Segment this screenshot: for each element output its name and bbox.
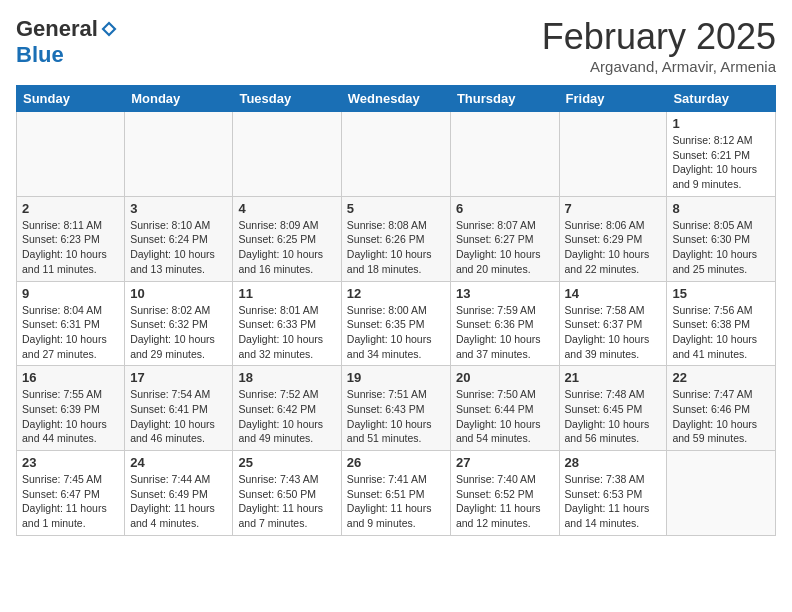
calendar-cell — [17, 112, 125, 197]
calendar-cell: 20Sunrise: 7:50 AM Sunset: 6:44 PM Dayli… — [450, 366, 559, 451]
day-info: Sunrise: 8:06 AM Sunset: 6:29 PM Dayligh… — [565, 218, 662, 277]
day-info: Sunrise: 7:54 AM Sunset: 6:41 PM Dayligh… — [130, 387, 227, 446]
day-number: 16 — [22, 370, 119, 385]
day-info: Sunrise: 7:55 AM Sunset: 6:39 PM Dayligh… — [22, 387, 119, 446]
day-number: 12 — [347, 286, 445, 301]
calendar-cell: 5Sunrise: 8:08 AM Sunset: 6:26 PM Daylig… — [341, 196, 450, 281]
day-number: 24 — [130, 455, 227, 470]
calendar-cell: 27Sunrise: 7:40 AM Sunset: 6:52 PM Dayli… — [450, 451, 559, 536]
day-number: 20 — [456, 370, 554, 385]
day-info: Sunrise: 7:41 AM Sunset: 6:51 PM Dayligh… — [347, 472, 445, 531]
calendar-cell: 8Sunrise: 8:05 AM Sunset: 6:30 PM Daylig… — [667, 196, 776, 281]
day-number: 23 — [22, 455, 119, 470]
day-number: 5 — [347, 201, 445, 216]
calendar-week-1: 1Sunrise: 8:12 AM Sunset: 6:21 PM Daylig… — [17, 112, 776, 197]
calendar-header-row: SundayMondayTuesdayWednesdayThursdayFrid… — [17, 86, 776, 112]
day-number: 8 — [672, 201, 770, 216]
day-number: 4 — [238, 201, 335, 216]
day-header-monday: Monday — [125, 86, 233, 112]
day-number: 6 — [456, 201, 554, 216]
location-subtitle: Argavand, Armavir, Armenia — [542, 58, 776, 75]
calendar-cell: 4Sunrise: 8:09 AM Sunset: 6:25 PM Daylig… — [233, 196, 341, 281]
calendar-cell: 3Sunrise: 8:10 AM Sunset: 6:24 PM Daylig… — [125, 196, 233, 281]
day-info: Sunrise: 7:44 AM Sunset: 6:49 PM Dayligh… — [130, 472, 227, 531]
calendar-cell — [559, 112, 667, 197]
day-info: Sunrise: 7:56 AM Sunset: 6:38 PM Dayligh… — [672, 303, 770, 362]
day-number: 22 — [672, 370, 770, 385]
day-number: 7 — [565, 201, 662, 216]
calendar-table: SundayMondayTuesdayWednesdayThursdayFrid… — [16, 85, 776, 536]
day-info: Sunrise: 7:45 AM Sunset: 6:47 PM Dayligh… — [22, 472, 119, 531]
day-number: 13 — [456, 286, 554, 301]
day-info: Sunrise: 8:11 AM Sunset: 6:23 PM Dayligh… — [22, 218, 119, 277]
day-number: 11 — [238, 286, 335, 301]
day-header-friday: Friday — [559, 86, 667, 112]
calendar-cell: 13Sunrise: 7:59 AM Sunset: 6:36 PM Dayli… — [450, 281, 559, 366]
day-info: Sunrise: 8:05 AM Sunset: 6:30 PM Dayligh… — [672, 218, 770, 277]
day-number: 28 — [565, 455, 662, 470]
day-number: 26 — [347, 455, 445, 470]
calendar-week-3: 9Sunrise: 8:04 AM Sunset: 6:31 PM Daylig… — [17, 281, 776, 366]
day-header-tuesday: Tuesday — [233, 86, 341, 112]
day-info: Sunrise: 7:59 AM Sunset: 6:36 PM Dayligh… — [456, 303, 554, 362]
calendar-cell: 1Sunrise: 8:12 AM Sunset: 6:21 PM Daylig… — [667, 112, 776, 197]
day-info: Sunrise: 7:40 AM Sunset: 6:52 PM Dayligh… — [456, 472, 554, 531]
calendar-cell: 16Sunrise: 7:55 AM Sunset: 6:39 PM Dayli… — [17, 366, 125, 451]
calendar-cell: 28Sunrise: 7:38 AM Sunset: 6:53 PM Dayli… — [559, 451, 667, 536]
day-info: Sunrise: 7:38 AM Sunset: 6:53 PM Dayligh… — [565, 472, 662, 531]
day-number: 14 — [565, 286, 662, 301]
day-info: Sunrise: 7:58 AM Sunset: 6:37 PM Dayligh… — [565, 303, 662, 362]
calendar-cell: 9Sunrise: 8:04 AM Sunset: 6:31 PM Daylig… — [17, 281, 125, 366]
day-number: 9 — [22, 286, 119, 301]
day-number: 27 — [456, 455, 554, 470]
calendar-week-2: 2Sunrise: 8:11 AM Sunset: 6:23 PM Daylig… — [17, 196, 776, 281]
day-info: Sunrise: 8:00 AM Sunset: 6:35 PM Dayligh… — [347, 303, 445, 362]
day-header-saturday: Saturday — [667, 86, 776, 112]
title-block: February 2025 Argavand, Armavir, Armenia — [542, 16, 776, 75]
calendar-cell: 18Sunrise: 7:52 AM Sunset: 6:42 PM Dayli… — [233, 366, 341, 451]
day-header-wednesday: Wednesday — [341, 86, 450, 112]
calendar-cell: 10Sunrise: 8:02 AM Sunset: 6:32 PM Dayli… — [125, 281, 233, 366]
day-info: Sunrise: 8:04 AM Sunset: 6:31 PM Dayligh… — [22, 303, 119, 362]
day-info: Sunrise: 8:08 AM Sunset: 6:26 PM Dayligh… — [347, 218, 445, 277]
calendar-cell: 25Sunrise: 7:43 AM Sunset: 6:50 PM Dayli… — [233, 451, 341, 536]
calendar-cell: 17Sunrise: 7:54 AM Sunset: 6:41 PM Dayli… — [125, 366, 233, 451]
day-number: 25 — [238, 455, 335, 470]
day-number: 10 — [130, 286, 227, 301]
calendar-cell: 12Sunrise: 8:00 AM Sunset: 6:35 PM Dayli… — [341, 281, 450, 366]
calendar-cell: 15Sunrise: 7:56 AM Sunset: 6:38 PM Dayli… — [667, 281, 776, 366]
day-info: Sunrise: 8:01 AM Sunset: 6:33 PM Dayligh… — [238, 303, 335, 362]
day-info: Sunrise: 8:07 AM Sunset: 6:27 PM Dayligh… — [456, 218, 554, 277]
day-number: 17 — [130, 370, 227, 385]
day-info: Sunrise: 8:10 AM Sunset: 6:24 PM Dayligh… — [130, 218, 227, 277]
day-info: Sunrise: 7:50 AM Sunset: 6:44 PM Dayligh… — [456, 387, 554, 446]
calendar-cell: 26Sunrise: 7:41 AM Sunset: 6:51 PM Dayli… — [341, 451, 450, 536]
day-header-sunday: Sunday — [17, 86, 125, 112]
calendar-cell — [233, 112, 341, 197]
day-info: Sunrise: 7:52 AM Sunset: 6:42 PM Dayligh… — [238, 387, 335, 446]
calendar-cell: 6Sunrise: 8:07 AM Sunset: 6:27 PM Daylig… — [450, 196, 559, 281]
calendar-cell: 21Sunrise: 7:48 AM Sunset: 6:45 PM Dayli… — [559, 366, 667, 451]
day-number: 15 — [672, 286, 770, 301]
calendar-week-4: 16Sunrise: 7:55 AM Sunset: 6:39 PM Dayli… — [17, 366, 776, 451]
day-number: 21 — [565, 370, 662, 385]
calendar-cell: 7Sunrise: 8:06 AM Sunset: 6:29 PM Daylig… — [559, 196, 667, 281]
calendar-cell: 11Sunrise: 8:01 AM Sunset: 6:33 PM Dayli… — [233, 281, 341, 366]
day-info: Sunrise: 7:43 AM Sunset: 6:50 PM Dayligh… — [238, 472, 335, 531]
day-number: 1 — [672, 116, 770, 131]
logo: General Blue — [16, 16, 118, 68]
calendar-cell — [667, 451, 776, 536]
day-header-thursday: Thursday — [450, 86, 559, 112]
logo-general-text: General — [16, 16, 98, 42]
logo-blue-text: Blue — [16, 42, 64, 68]
day-info: Sunrise: 8:09 AM Sunset: 6:25 PM Dayligh… — [238, 218, 335, 277]
calendar-week-5: 23Sunrise: 7:45 AM Sunset: 6:47 PM Dayli… — [17, 451, 776, 536]
calendar-cell — [450, 112, 559, 197]
calendar-cell — [341, 112, 450, 197]
calendar-cell: 23Sunrise: 7:45 AM Sunset: 6:47 PM Dayli… — [17, 451, 125, 536]
calendar-cell: 22Sunrise: 7:47 AM Sunset: 6:46 PM Dayli… — [667, 366, 776, 451]
calendar-cell: 14Sunrise: 7:58 AM Sunset: 6:37 PM Dayli… — [559, 281, 667, 366]
day-info: Sunrise: 7:48 AM Sunset: 6:45 PM Dayligh… — [565, 387, 662, 446]
day-number: 18 — [238, 370, 335, 385]
day-number: 2 — [22, 201, 119, 216]
